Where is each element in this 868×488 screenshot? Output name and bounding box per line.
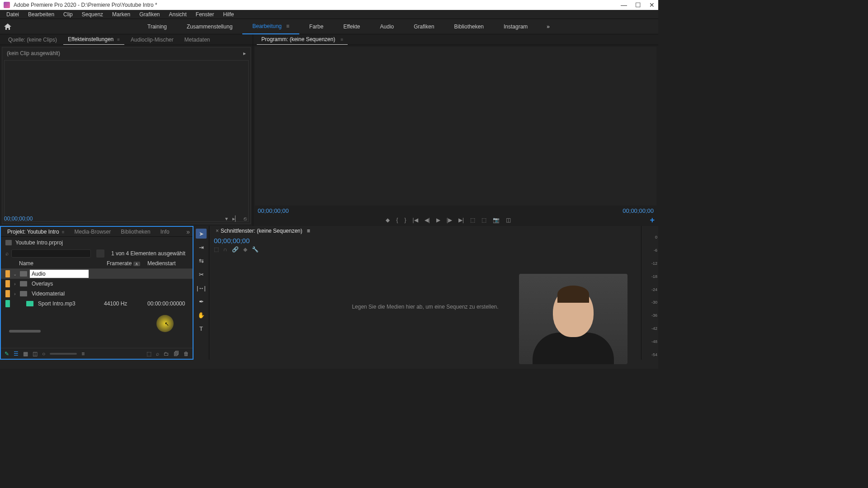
menu-grafiken[interactable]: Grafiken [135, 11, 164, 18]
step-back-icon[interactable]: ◀| [425, 217, 430, 223]
add-marker-icon[interactable]: ◆ [386, 217, 390, 223]
list-view-icon[interactable]: ☰ [14, 351, 19, 357]
chevron-down-icon[interactable]: ⌄ [13, 272, 17, 277]
workspace-bibliotheken[interactable]: Bibliotheken [444, 19, 494, 34]
zoom-out-icon[interactable]: ○ [42, 351, 45, 357]
project-row-videomaterial[interactable]: › Videomaterial [1, 289, 193, 299]
clear-icon[interactable]: 🗑 [184, 351, 189, 357]
minimize-button[interactable]: — [621, 1, 627, 9]
tab-media-browser[interactable]: Media-Browser [71, 228, 115, 236]
chevron-right-icon[interactable]: › [13, 282, 17, 286]
maximize-button[interactable]: ☐ [635, 1, 641, 9]
mark-in-icon[interactable]: { [396, 217, 398, 223]
home-button[interactable] [0, 19, 15, 34]
pen-tool[interactable]: ✒ [196, 296, 207, 306]
workspace-overflow[interactable]: » [541, 23, 555, 30]
menu-datei[interactable]: Datei [2, 11, 24, 18]
track-select-tool[interactable]: ⇥ [196, 242, 207, 252]
workspace-bearbeitung[interactable]: Bearbeitung≡ [242, 19, 299, 34]
menu-clip[interactable]: Clip [59, 11, 77, 18]
hand-tool[interactable]: ✋ [196, 310, 207, 320]
new-bin-icon[interactable]: 🗀 [164, 351, 169, 357]
play-icon[interactable]: ▶ [436, 217, 440, 223]
tab-effekteinstellungen[interactable]: Effekteinstellungen≡ [63, 34, 124, 45]
slip-tool[interactable]: |↔| [196, 283, 207, 293]
tab-bibliotheken[interactable]: Bibliotheken [117, 228, 154, 236]
settings-icon[interactable]: 🔧 [252, 246, 259, 253]
project-row-sport-intro[interactable]: Sport Intro.mp3 44100 Hz 00:00:00:00000 [1, 299, 193, 309]
type-tool[interactable]: T [196, 324, 207, 333]
menu-marken[interactable]: Marken [108, 11, 135, 18]
scrollbar-horizontal[interactable] [9, 330, 41, 333]
tab-info[interactable]: Info [157, 228, 173, 236]
button-editor-icon[interactable]: + [650, 216, 655, 225]
menu-sequenz[interactable]: Sequenz [77, 11, 108, 18]
item-medienstart: 00:00:00:00000 [147, 300, 188, 307]
freeform-view-icon[interactable]: ◫ [33, 351, 38, 357]
export-frame-icon[interactable]: 📷 [493, 217, 500, 223]
new-item-icon[interactable]: 🗐 [174, 351, 179, 357]
find-icon[interactable]: ⌕ [156, 351, 159, 357]
source-panel: Quelle: (keine Clips) Effekteinstellunge… [0, 34, 253, 226]
program-timecode-left: 00;00;00;00 [258, 207, 289, 214]
lift-icon[interactable]: ⬚ [470, 217, 475, 223]
rename-input[interactable] [30, 270, 89, 278]
go-in-icon[interactable]: |◀ [413, 217, 418, 223]
filter-bin-icon[interactable] [96, 249, 104, 258]
project-row-overlays[interactable]: › Overlays [1, 279, 193, 289]
extract-icon[interactable]: ⬚ [481, 217, 486, 223]
marker-icon[interactable]: ◆ [243, 246, 247, 253]
icon-view-icon[interactable]: ▦ [23, 351, 28, 357]
close-button[interactable]: ✕ [649, 1, 655, 9]
go-out-icon[interactable]: ▶| [458, 217, 464, 223]
workspace-farbe[interactable]: Farbe [299, 19, 333, 34]
column-name[interactable]: Name [19, 260, 107, 267]
workspace-audio[interactable]: Audio [370, 19, 404, 34]
workspace-grafiken[interactable]: Grafiken [404, 19, 444, 34]
menu-ansicht[interactable]: Ansicht [164, 11, 191, 18]
ripple-edit-tool[interactable]: ⇆ [196, 256, 207, 266]
step-forward-icon[interactable]: |▶ [447, 217, 452, 223]
write-icon[interactable]: ✎ [5, 351, 9, 357]
hamburger-icon[interactable]: ≡ [286, 23, 289, 29]
thumbnail-size-slider[interactable] [50, 353, 77, 355]
tab-programm[interactable]: Programm: (keine Sequenzen)≡ [257, 34, 348, 45]
chevron-right-icon[interactable]: ▸ [243, 50, 246, 56]
tab-schnittfenster[interactable]: ×Schnittfenster: (keine Sequenzen)≡ [212, 227, 314, 235]
search-icon[interactable]: ⌕ [5, 250, 9, 257]
label-tag [5, 290, 10, 297]
tabs-overflow[interactable]: » [186, 228, 190, 235]
search-input[interactable] [11, 249, 91, 258]
program-timecode-right: 00;00;00;00 [623, 207, 654, 214]
column-framerate[interactable]: Framerate∧ [107, 260, 147, 267]
tab-projekt[interactable]: Projekt: Youtube Intro≡ [4, 228, 68, 236]
selection-tool[interactable]: ➤ [196, 229, 207, 239]
comparison-icon[interactable]: ◫ [506, 217, 511, 223]
tab-audioclip-mischer[interactable]: Audioclip-Mischer [126, 35, 178, 45]
play-insert-icon[interactable]: ▸▏ [232, 216, 239, 222]
menu-bearbeiten[interactable]: Bearbeiten [24, 11, 59, 18]
tab-metadaten[interactable]: Metadaten [180, 35, 215, 45]
column-medienstart[interactable]: Medienstart [147, 260, 188, 267]
mark-out-icon[interactable]: } [405, 217, 406, 223]
menu-fenster[interactable]: Fenster [191, 11, 219, 18]
export-frame-icon[interactable]: ⎋ [244, 216, 247, 222]
cursor-icon: ↖ [165, 321, 169, 327]
project-row-audio[interactable]: ⌄ [1, 269, 193, 279]
menu-hilfe[interactable]: Hilfe [219, 11, 239, 18]
snap-icon[interactable]: ∩ [223, 246, 227, 253]
chevron-right-icon[interactable]: › [13, 291, 17, 296]
linked-selection-icon[interactable]: 🔗 [232, 246, 239, 253]
sort-icon[interactable]: ≡ [81, 351, 85, 357]
workspace-zusammenstellung[interactable]: Zusammenstellung [177, 19, 242, 34]
tab-quelle[interactable]: Quelle: (keine Clips) [4, 35, 61, 45]
workspace-instagram[interactable]: Instagram [494, 19, 538, 34]
razor-tool[interactable]: ✂ [196, 269, 207, 279]
filter-icon[interactable]: ▾ [225, 216, 228, 222]
workspace-bar: Training Zusammenstellung Bearbeitung≡ F… [0, 19, 658, 34]
insert-icon[interactable]: ⬚ [214, 246, 219, 253]
automate-sequence-icon[interactable]: ⬚ [146, 351, 151, 357]
workspace-training[interactable]: Training [137, 19, 177, 34]
timeline-timecode[interactable]: 00;00;00;00 [209, 236, 641, 245]
workspace-effekte[interactable]: Effekte [333, 19, 370, 34]
